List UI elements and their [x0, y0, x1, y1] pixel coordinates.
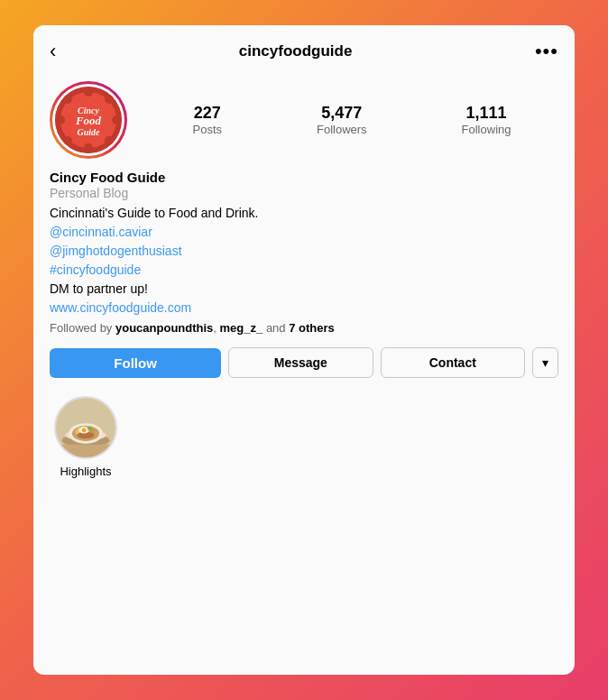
posts-label: Posts — [192, 123, 222, 136]
followers-label: Followers — [317, 123, 367, 136]
logo-svg: Cincy Food Guide — [55, 87, 122, 153]
followed-by-others[interactable]: 7 others — [289, 321, 335, 335]
avatar[interactable]: Cincy Food Guide — [50, 81, 127, 159]
profile-name: Cincy Food Guide — [50, 170, 558, 185]
message-button[interactable]: Message — [228, 347, 373, 378]
followed-by-separator: , — [213, 321, 219, 335]
svg-point-4 — [56, 115, 65, 124]
dm-text: DM to partner up! — [50, 281, 148, 296]
mention-1-link[interactable]: @cincinnati.caviar — [50, 225, 152, 239]
svg-point-8 — [105, 95, 114, 104]
more-options-icon[interactable]: ••• — [535, 40, 558, 63]
followed-by-suffix: and — [263, 321, 289, 335]
mention-2-link[interactable]: @jimghotdogenthusiast — [50, 244, 182, 258]
svg-point-22 — [82, 428, 87, 432]
following-stat[interactable]: 1,111 Following — [462, 104, 511, 136]
hashtag-link[interactable]: #cincyfoodguide — [50, 262, 141, 277]
back-icon[interactable]: ‹ — [50, 40, 56, 63]
followers-count: 5,477 — [321, 104, 362, 123]
profile-stats-row: Cincy Food Guide 227 Posts 5,477 Followe… — [33, 72, 575, 170]
svg-point-3 — [84, 143, 93, 152]
svg-text:Food: Food — [75, 114, 102, 127]
dropdown-button[interactable]: ▾ — [532, 347, 558, 378]
avatar-logo: Cincy Food Guide — [55, 87, 122, 153]
svg-point-7 — [105, 136, 114, 145]
avatar-inner: Cincy Food Guide — [52, 84, 124, 156]
stats-section: 227 Posts 5,477 Followers 1,111 Followin… — [145, 104, 558, 136]
bio-description-line: Cincinnati's Guide to Food and Drink. — [50, 206, 258, 220]
profile-card: ‹ cincyfoodguide ••• — [33, 25, 575, 675]
highlight-item[interactable]: Highlights — [50, 396, 122, 478]
username-label: cincyfoodguide — [239, 42, 353, 60]
highlights-section: Highlights — [33, 391, 575, 496]
highlight-image — [56, 396, 115, 459]
follow-button[interactable]: Follow — [50, 348, 221, 378]
followed-by-prefix: Followed by — [50, 321, 115, 335]
followed-by-text: Followed by youcanpoundthis, meg_z_ and … — [50, 321, 558, 335]
contact-button[interactable]: Contact — [381, 347, 525, 378]
posts-count: 227 — [194, 104, 221, 123]
svg-point-6 — [63, 95, 72, 104]
svg-rect-24 — [56, 445, 115, 457]
highlight-label: Highlights — [60, 465, 111, 478]
followers-stat[interactable]: 5,477 Followers — [317, 104, 367, 136]
posts-stat[interactable]: 227 Posts — [192, 104, 222, 136]
action-buttons: Follow Message Contact ▾ — [33, 347, 575, 391]
svg-point-9 — [63, 136, 72, 145]
svg-text:Guide: Guide — [78, 127, 101, 137]
bio-section: Cincy Food Guide Personal Blog Cincinnat… — [33, 170, 575, 347]
highlight-circle — [54, 396, 117, 459]
following-label: Following — [462, 123, 511, 136]
svg-point-2 — [84, 88, 93, 97]
profile-category: Personal Blog — [50, 186, 558, 200]
profile-header: ‹ cincyfoodguide ••• — [33, 25, 575, 72]
bio-text: Cincinnati's Guide to Food and Drink. @c… — [50, 204, 558, 318]
svg-point-23 — [88, 427, 93, 430]
following-count: 1,111 — [466, 104, 507, 123]
followed-by-user1[interactable]: youcanpoundthis — [115, 321, 213, 335]
website-link[interactable]: www.cincyfoodguide.com — [50, 300, 191, 315]
svg-point-5 — [112, 115, 121, 124]
followed-by-user2[interactable]: meg_z_ — [220, 321, 263, 335]
